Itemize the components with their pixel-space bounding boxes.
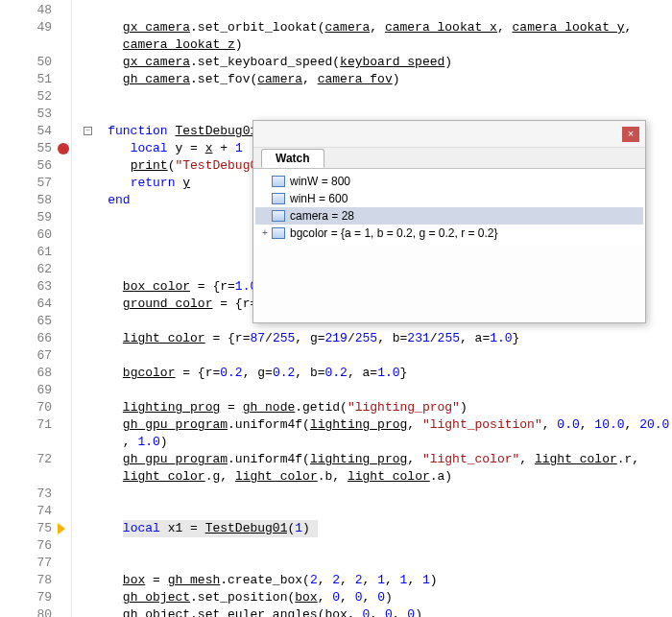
gutter-line[interactable]: 59 <box>0 209 71 226</box>
code-line[interactable]: lighting_prog = gh_node.getid("lighting_… <box>78 399 672 416</box>
gutter-line[interactable]: 74 <box>0 503 71 520</box>
gutter-line[interactable]: 71 <box>0 416 71 434</box>
watch-row[interactable]: winW = 800 <box>255 173 643 190</box>
gutter-line[interactable]: 77 <box>0 555 71 572</box>
close-button[interactable]: × <box>622 127 639 142</box>
code-line[interactable] <box>78 555 672 572</box>
gutter-line[interactable]: 80 <box>0 606 71 617</box>
gutter-line[interactable]: 48 <box>0 2 71 19</box>
watch-row[interactable]: winH = 600 <box>255 190 643 207</box>
code-line[interactable] <box>78 486 672 503</box>
gutter-line[interactable]: 78 <box>0 572 71 589</box>
expand-icon[interactable]: + <box>259 225 271 242</box>
gutter-line[interactable]: 52 <box>0 88 71 106</box>
gutter-line[interactable]: 64 <box>0 296 71 313</box>
watch-text: camera = 28 <box>290 207 354 225</box>
gutter-line[interactable]: 65 <box>0 313 71 330</box>
gutter-line[interactable]: 68 <box>0 365 71 382</box>
code-line[interactable] <box>78 537 672 555</box>
gutter-line[interactable]: 60 <box>0 226 71 244</box>
watch-row[interactable]: camera = 28 <box>255 207 643 225</box>
gutter-line[interactable]: 63 <box>0 278 71 296</box>
watch-text: winW = 800 <box>290 173 350 190</box>
gutter-line[interactable]: 57 <box>0 175 71 192</box>
code-line[interactable]: gx_camera.set_orbit_lookat(camera, camer… <box>78 19 672 36</box>
gutter-line[interactable]: 55 <box>0 140 71 157</box>
gutter-line[interactable]: 76 <box>0 537 71 555</box>
gutter-line[interactable]: 49 <box>0 19 71 36</box>
watch-titlebar[interactable]: × <box>253 121 645 148</box>
code-line[interactable]: light_color.g, light_color.b, light_colo… <box>78 468 672 486</box>
gutter-line[interactable]: 69 <box>0 382 71 399</box>
gutter[interactable]: 4849505152535455565758596061626364656667… <box>0 0 72 617</box>
execution-pointer-icon <box>58 523 69 534</box>
gutter-line[interactable]: 73 <box>0 486 71 503</box>
gutter-line[interactable]: 79 <box>0 589 71 606</box>
code-line[interactable]: light_color = {r=87/255, g=219/255, b=23… <box>78 330 672 347</box>
watch-window[interactable]: × Watch winW = 800winH = 600camera = 28+… <box>252 120 646 323</box>
code-line[interactable]: box = gh_mesh.create_box(2, 2, 2, 1, 1, … <box>78 572 672 589</box>
gutter-line[interactable]: 67 <box>0 347 71 365</box>
code-line[interactable]: gx_camera.set_keyboard_speed(keyboard_sp… <box>78 54 672 71</box>
gutter-line[interactable]: 50 <box>0 54 71 71</box>
code-line[interactable]: gh_object.set_position(box, 0, 0, 0) <box>78 589 672 606</box>
gutter-line[interactable]: 66 <box>0 330 71 347</box>
gutter-line[interactable]: 53 <box>0 106 71 123</box>
code-line[interactable] <box>78 503 672 520</box>
gutter-line[interactable] <box>0 36 71 54</box>
watch-tabs: Watch <box>253 148 645 169</box>
variable-icon <box>271 175 286 188</box>
code-line[interactable] <box>78 347 672 365</box>
gutter-line[interactable]: 51 <box>0 71 71 88</box>
gutter-line[interactable]: 75 <box>0 520 71 537</box>
gutter-line[interactable]: 61 <box>0 244 71 261</box>
gutter-line[interactable]: 72 <box>0 451 71 468</box>
code-line[interactable]: bgcolor = {r=0.2, g=0.2, b=0.2, a=1.0} <box>78 365 672 382</box>
variable-icon <box>271 209 286 223</box>
watch-text: winH = 600 <box>290 190 348 207</box>
gutter-line[interactable]: 54 <box>0 123 71 140</box>
code-line[interactable] <box>78 88 672 106</box>
code-line[interactable]: camera_lookat_z) <box>78 36 672 54</box>
gutter-line[interactable]: 58 <box>0 192 71 209</box>
watch-tab[interactable]: Watch <box>261 149 324 168</box>
gutter-line[interactable] <box>0 434 71 451</box>
code-line[interactable]: gh_object.set_euler_angles(box, 0, 0, 0) <box>78 606 672 617</box>
gutter-line[interactable]: 70 <box>0 399 71 416</box>
code-line[interactable]: , 1.0) <box>78 434 672 451</box>
watch-text: bgcolor = {a = 1, b = 0.2, g = 0.2, r = … <box>290 225 498 242</box>
watch-body: winW = 800winH = 600camera = 28+bgcolor … <box>253 169 645 246</box>
watch-row[interactable]: +bgcolor = {a = 1, b = 0.2, g = 0.2, r =… <box>255 225 643 242</box>
code-line[interactable]: local x1 = TestDebug01(1) <box>78 520 672 537</box>
breakpoint-icon[interactable] <box>58 143 69 154</box>
variable-icon <box>271 226 286 240</box>
code-line[interactable]: gh_gpu_program.uniform4f(lighting_prog, … <box>78 451 672 468</box>
code-line[interactable] <box>78 382 672 399</box>
gutter-line[interactable]: 56 <box>0 157 71 175</box>
gutter-line[interactable]: 62 <box>0 261 71 278</box>
gutter-line[interactable] <box>0 468 71 486</box>
fold-toggle-icon[interactable]: − <box>84 127 92 135</box>
code-line[interactable]: gh_gpu_program.uniform4f(lighting_prog, … <box>78 416 672 434</box>
variable-icon <box>271 192 286 205</box>
code-line[interactable] <box>78 2 672 19</box>
code-line[interactable]: gh_camera.set_fov(camera, camera_fov) <box>78 71 672 88</box>
